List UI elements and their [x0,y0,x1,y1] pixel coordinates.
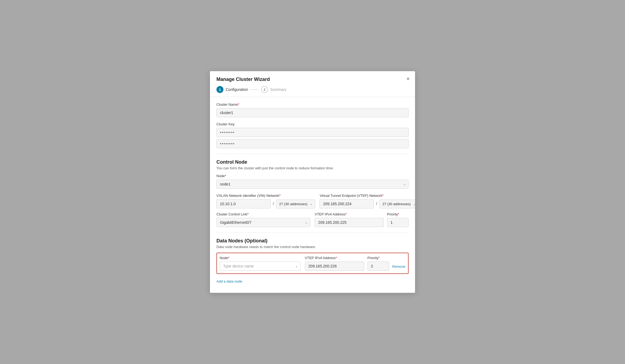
wizard-steps: 1 Configuration 2 Summary [216,86,409,97]
data-node-priority-col: Priority* [368,256,389,271]
control-node-section: Control Node You can form the cluster wi… [216,159,409,227]
control-node-select-wrapper: node1 ⌄ [216,180,409,189]
data-nodes-desc: Data node hardware needs to match the co… [216,245,409,249]
priority-col: Priority* [387,212,409,227]
step-2-label: Summary [270,87,286,92]
cluster-name-label: Cluster Name* [216,102,409,107]
data-node-fields-row: Node* Type device name ⌄ [220,256,405,271]
vni-col: VXLAN Network Identifier (VNI) Network* … [216,194,315,208]
step-1: 1 Configuration [216,86,248,93]
vtep-network-col: Virtual Tunnel Endpoint (VTEP) Network* … [320,194,415,208]
control-node-label: Node* [216,174,409,178]
data-node-vtep-col: VTEP IPv4 Address* [305,256,364,271]
data-node-highlighted-row: Node* Type device name ⌄ [216,253,409,274]
data-nodes-section: Data Nodes (Optional) Data node hardware… [216,238,409,284]
vni-network-row: / 27 (30 addresses) ⌄ [216,199,315,208]
modal-body: Cluster Name* Cluster Key Control Node Y… [210,97,415,293]
vni-prefix-select[interactable]: 27 (30 addresses) [276,200,315,208]
priority-input[interactable] [387,218,409,227]
control-node-title: Control Node [216,159,409,165]
ccl-select[interactable]: GigabitEthernet0/7 [216,218,310,227]
data-node-select[interactable]: Type device name [220,262,301,271]
ccl-label: Cluster Control Link* [216,212,310,216]
vni-label: VXLAN Network Identifier (VNI) Network* [216,194,315,198]
cluster-name-group: Cluster Name* [216,102,409,117]
cluster-key-label: Cluster Key [216,122,409,126]
modal: Manage Cluster Wizard × 1 Configuration … [210,71,415,293]
ccl-vtep-priority-row: Cluster Control Link* GigabitEthernet0/7… [216,212,409,227]
data-nodes-title: Data Nodes (Optional) [216,238,409,244]
control-node-select[interactable]: node1 [216,180,409,189]
cluster-name-input[interactable] [216,108,409,117]
data-node-col: Node* Type device name ⌄ [220,256,301,271]
add-data-node-button[interactable]: Add a data node [216,279,242,283]
data-node-priority-label: Priority* [368,256,389,260]
vtep-prefix-wrapper: 27 (30 addresses) ⌄ [379,200,415,208]
control-node-group: Node* node1 ⌄ [216,174,409,189]
modal-overlay: Manage Cluster Wizard × 1 Configuration … [0,0,625,364]
vni-prefix-wrapper: 27 (30 addresses) ⌄ [276,200,315,208]
vni-ip-input[interactable] [216,199,271,208]
vtep-slash: / [376,201,377,206]
vtep-network-label: Virtual Tunnel Endpoint (VTEP) Network* [320,194,415,198]
vtep-priority-group: VTEP IPv4 Address* Priority* [315,212,409,227]
data-node-vtep-priority: VTEP IPv4 Address* Priority* Remove [305,256,405,271]
vtep-ipv4-label: VTEP IPv4 Address* [315,212,384,216]
modal-header: Manage Cluster Wizard × 1 Configuration … [210,71,415,97]
step-2-circle: 2 [261,86,268,93]
modal-title: Manage Cluster Wizard [216,77,409,82]
vtep-network-row: / 27 (30 addresses) ⌄ [320,199,415,208]
vtep-ipv4-input[interactable] [315,218,384,227]
vtep-ipv4-col: VTEP IPv4 Address* [315,212,384,227]
cluster-key-group: Cluster Key [216,122,409,148]
data-node-priority-input[interactable] [368,262,389,271]
step-1-label: Configuration [226,87,248,92]
ccl-col: Cluster Control Link* GigabitEthernet0/7… [216,212,310,227]
data-node-select-wrapper: Type device name ⌄ [220,262,301,271]
divider-2 [216,232,409,233]
priority-label: Priority* [387,212,409,216]
step-2: 2 Summary [261,86,286,93]
step-connector [251,90,258,90]
divider-1 [216,154,409,154]
control-node-desc: You can form the cluster with just the c… [216,166,409,170]
cluster-key-input-1[interactable] [216,128,409,137]
data-node-label: Node* [220,256,301,260]
close-button[interactable]: × [406,76,410,81]
vtep-prefix-select[interactable]: 27 (30 addresses) [379,200,415,208]
vtep-network-ip-input[interactable] [320,199,374,208]
remove-data-node-button[interactable]: Remove [392,265,405,271]
vni-slash: / [273,201,274,206]
data-node-vtep-label: VTEP IPv4 Address* [305,256,364,260]
cluster-key-input-2[interactable] [216,139,409,148]
ccl-select-wrapper: GigabitEthernet0/7 ⌄ [216,218,310,227]
network-row: VXLAN Network Identifier (VNI) Network* … [216,194,409,208]
step-1-circle: 1 [216,86,223,93]
data-node-vtep-input[interactable] [305,262,364,271]
